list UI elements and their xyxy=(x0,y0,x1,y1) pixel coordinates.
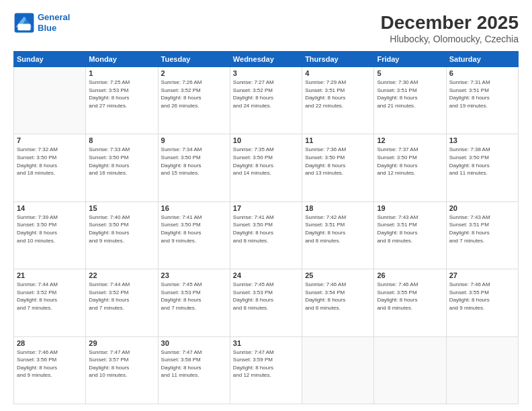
calendar-cell: 1Sunrise: 7:25 AMSunset: 3:53 PMDaylight… xyxy=(86,67,158,134)
day-info: Sunrise: 7:31 AMSunset: 3:51 PMDaylight:… xyxy=(449,79,515,109)
day-number: 21 xyxy=(17,271,83,279)
day-number: 17 xyxy=(233,204,299,212)
day-info: Sunrise: 7:27 AMSunset: 3:52 PMDaylight:… xyxy=(233,79,299,109)
day-info: Sunrise: 7:47 AMSunset: 3:58 PMDaylight:… xyxy=(161,349,227,379)
col-header-tuesday: Tuesday xyxy=(158,52,230,67)
day-number: 22 xyxy=(89,271,154,279)
page: General Blue December 2025 Hlubocky, Olo… xyxy=(0,0,532,411)
day-number: 27 xyxy=(449,271,515,279)
week-row-2: 7Sunrise: 7:32 AMSunset: 3:50 PMDaylight… xyxy=(14,134,519,201)
day-info: Sunrise: 7:44 AMSunset: 3:52 PMDaylight:… xyxy=(17,281,83,312)
week-row-3: 14Sunrise: 7:39 AMSunset: 3:50 PMDayligh… xyxy=(14,201,519,269)
calendar-cell xyxy=(374,336,446,404)
col-header-friday: Friday xyxy=(374,52,446,67)
col-header-monday: Monday xyxy=(86,52,158,67)
calendar-cell: 23Sunrise: 7:45 AMSunset: 3:53 PMDayligh… xyxy=(158,269,230,336)
day-number: 14 xyxy=(17,204,83,212)
calendar-cell: 26Sunrise: 7:46 AMSunset: 3:55 PMDayligh… xyxy=(374,269,446,336)
day-number: 20 xyxy=(449,204,515,212)
calendar-cell: 27Sunrise: 7:46 AMSunset: 3:55 PMDayligh… xyxy=(446,269,518,336)
day-info: Sunrise: 7:26 AMSunset: 3:52 PMDaylight:… xyxy=(161,79,227,109)
calendar-cell: 7Sunrise: 7:32 AMSunset: 3:50 PMDaylight… xyxy=(14,134,86,201)
day-number: 23 xyxy=(161,271,227,279)
day-number: 24 xyxy=(233,271,299,279)
logo-line2: Blue xyxy=(38,23,56,33)
col-header-wednesday: Wednesday xyxy=(230,52,302,67)
calendar-cell: 16Sunrise: 7:41 AMSunset: 3:50 PMDayligh… xyxy=(158,201,230,269)
day-info: Sunrise: 7:39 AMSunset: 3:50 PMDaylight:… xyxy=(17,214,83,244)
calendar-cell xyxy=(302,336,374,404)
calendar-cell: 2Sunrise: 7:26 AMSunset: 3:52 PMDaylight… xyxy=(158,67,230,134)
col-header-saturday: Saturday xyxy=(446,52,518,67)
day-info: Sunrise: 7:29 AMSunset: 3:51 PMDaylight:… xyxy=(305,79,371,109)
day-info: Sunrise: 7:25 AMSunset: 3:53 PMDaylight:… xyxy=(89,79,154,109)
calendar-cell: 28Sunrise: 7:46 AMSunset: 3:56 PMDayligh… xyxy=(14,336,86,404)
week-row-1: 1Sunrise: 7:25 AMSunset: 3:53 PMDaylight… xyxy=(14,67,519,134)
day-info: Sunrise: 7:47 AMSunset: 3:57 PMDaylight:… xyxy=(89,349,154,379)
day-info: Sunrise: 7:41 AMSunset: 3:50 PMDaylight:… xyxy=(233,214,299,244)
calendar-cell xyxy=(446,336,518,404)
day-info: Sunrise: 7:34 AMSunset: 3:50 PMDaylight:… xyxy=(161,146,227,177)
day-info: Sunrise: 7:43 AMSunset: 3:51 PMDaylight:… xyxy=(377,214,443,244)
calendar-cell: 31Sunrise: 7:47 AMSunset: 3:59 PMDayligh… xyxy=(230,336,302,404)
calendar-cell: 5Sunrise: 7:30 AMSunset: 3:51 PMDaylight… xyxy=(374,67,446,134)
calendar-header-row: SundayMondayTuesdayWednesdayThursdayFrid… xyxy=(14,52,519,67)
day-number: 2 xyxy=(161,69,227,77)
day-number: 1 xyxy=(89,69,154,77)
calendar-cell: 6Sunrise: 7:31 AMSunset: 3:51 PMDaylight… xyxy=(446,67,518,134)
calendar-cell: 24Sunrise: 7:45 AMSunset: 3:53 PMDayligh… xyxy=(230,269,302,336)
day-info: Sunrise: 7:33 AMSunset: 3:50 PMDaylight:… xyxy=(89,146,154,177)
day-number: 5 xyxy=(377,69,443,77)
day-number: 16 xyxy=(161,204,227,212)
day-number: 29 xyxy=(89,339,154,347)
day-number: 7 xyxy=(17,136,83,144)
day-number: 30 xyxy=(161,339,227,347)
logo-text: General Blue xyxy=(38,12,70,33)
day-number: 15 xyxy=(89,204,154,212)
day-number: 8 xyxy=(89,136,154,144)
day-number: 31 xyxy=(233,339,299,347)
day-info: Sunrise: 7:40 AMSunset: 3:50 PMDaylight:… xyxy=(89,214,154,244)
logo: General Blue xyxy=(13,12,70,34)
day-info: Sunrise: 7:46 AMSunset: 3:55 PMDaylight:… xyxy=(449,281,515,312)
day-number: 3 xyxy=(233,69,299,77)
calendar-cell: 3Sunrise: 7:27 AMSunset: 3:52 PMDaylight… xyxy=(230,67,302,134)
calendar-table: SundayMondayTuesdayWednesdayThursdayFrid… xyxy=(13,51,519,404)
day-number: 4 xyxy=(305,69,371,77)
week-row-5: 28Sunrise: 7:46 AMSunset: 3:56 PMDayligh… xyxy=(14,336,519,404)
calendar-cell: 11Sunrise: 7:36 AMSunset: 3:50 PMDayligh… xyxy=(302,134,374,201)
day-number: 26 xyxy=(377,271,443,279)
calendar-cell: 4Sunrise: 7:29 AMSunset: 3:51 PMDaylight… xyxy=(302,67,374,134)
col-header-thursday: Thursday xyxy=(302,52,374,67)
calendar-cell: 12Sunrise: 7:37 AMSunset: 3:50 PMDayligh… xyxy=(374,134,446,201)
day-info: Sunrise: 7:46 AMSunset: 3:55 PMDaylight:… xyxy=(377,281,443,312)
logo-icon xyxy=(13,12,35,34)
calendar-cell: 21Sunrise: 7:44 AMSunset: 3:52 PMDayligh… xyxy=(14,269,86,336)
day-number: 10 xyxy=(233,136,299,144)
day-info: Sunrise: 7:46 AMSunset: 3:56 PMDaylight:… xyxy=(17,349,83,379)
main-title: December 2025 xyxy=(381,12,519,34)
day-info: Sunrise: 7:35 AMSunset: 3:50 PMDaylight:… xyxy=(233,146,299,177)
calendar-cell: 22Sunrise: 7:44 AMSunset: 3:52 PMDayligh… xyxy=(86,269,158,336)
day-number: 28 xyxy=(17,339,83,347)
calendar-cell: 18Sunrise: 7:42 AMSunset: 3:51 PMDayligh… xyxy=(302,201,374,269)
calendar-cell xyxy=(14,67,86,134)
day-number: 18 xyxy=(305,204,371,212)
week-row-4: 21Sunrise: 7:44 AMSunset: 3:52 PMDayligh… xyxy=(14,269,519,336)
logo-line1: General xyxy=(38,12,70,22)
day-info: Sunrise: 7:47 AMSunset: 3:59 PMDaylight:… xyxy=(233,349,299,379)
title-block: December 2025 Hlubocky, Olomoucky, Czech… xyxy=(381,12,519,44)
calendar-cell: 30Sunrise: 7:47 AMSunset: 3:58 PMDayligh… xyxy=(158,336,230,404)
calendar-cell: 14Sunrise: 7:39 AMSunset: 3:50 PMDayligh… xyxy=(14,201,86,269)
calendar-cell: 17Sunrise: 7:41 AMSunset: 3:50 PMDayligh… xyxy=(230,201,302,269)
col-header-sunday: Sunday xyxy=(14,52,86,67)
calendar-cell: 13Sunrise: 7:38 AMSunset: 3:50 PMDayligh… xyxy=(446,134,518,201)
day-info: Sunrise: 7:30 AMSunset: 3:51 PMDaylight:… xyxy=(377,79,443,109)
day-info: Sunrise: 7:37 AMSunset: 3:50 PMDaylight:… xyxy=(377,146,443,177)
day-number: 12 xyxy=(377,136,443,144)
calendar-cell: 25Sunrise: 7:46 AMSunset: 3:54 PMDayligh… xyxy=(302,269,374,336)
day-number: 19 xyxy=(377,204,443,212)
header: General Blue December 2025 Hlubocky, Olo… xyxy=(13,12,519,44)
day-number: 13 xyxy=(449,136,515,144)
day-info: Sunrise: 7:45 AMSunset: 3:53 PMDaylight:… xyxy=(161,281,227,312)
